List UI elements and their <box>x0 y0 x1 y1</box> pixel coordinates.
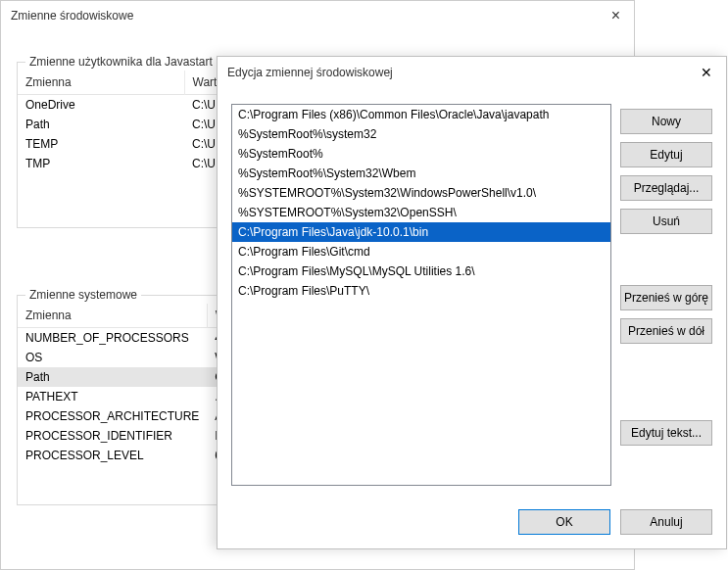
list-item[interactable]: C:\Program Files (x86)\Common Files\Orac… <box>232 105 610 124</box>
list-item[interactable]: %SystemRoot% <box>232 144 610 164</box>
sys-col-name[interactable]: Zmienna <box>18 304 207 328</box>
list-item[interactable]: C:\Program Files\MySQL\MySQL Utilities 1… <box>232 261 610 281</box>
cell-name: PROCESSOR_LEVEL <box>18 446 207 465</box>
cell-name: OS <box>18 348 207 367</box>
list-item[interactable]: C:\Program Files\PuTTY\ <box>232 281 610 301</box>
env-vars-title: Zmienne środowiskowe <box>11 9 133 23</box>
cell-name: OneDrive <box>18 95 184 116</box>
cell-name: TMP <box>18 154 184 173</box>
spacer <box>620 242 712 277</box>
list-item[interactable]: %SystemRoot%\System32\Wbem <box>232 164 610 183</box>
path-list[interactable]: C:\Program Files (x86)\Common Files\Orac… <box>231 104 611 486</box>
cell-name: PROCESSOR_IDENTIFIER <box>18 426 207 446</box>
list-item[interactable]: C:\Program Files\Java\jdk-10.0.1\bin <box>232 222 610 242</box>
dialog-action-buttons: OK Anuluj <box>518 509 712 535</box>
cell-name: Path <box>18 367 207 387</box>
user-vars-group-label: Zmienne użytkownika dla Javastart <box>25 55 217 69</box>
user-col-name[interactable]: Zmienna <box>18 71 184 95</box>
new-button[interactable]: Nowy <box>620 109 712 134</box>
delete-button[interactable]: Usuń <box>620 209 712 234</box>
env-vars-titlebar: Zmienne środowiskowe × <box>1 1 634 30</box>
cell-name: Path <box>18 115 184 134</box>
list-item[interactable]: %SYSTEMROOT%\System32\WindowsPowerShell\… <box>232 183 610 203</box>
move-down-button[interactable]: Przenieś w dół <box>620 318 712 344</box>
cell-name: NUMBER_OF_PROCESSORS <box>18 328 207 349</box>
edit-button[interactable]: Edytuj <box>620 142 712 167</box>
cell-name: TEMP <box>18 134 184 154</box>
cancel-button[interactable]: Anuluj <box>620 509 712 535</box>
list-item[interactable]: %SYSTEMROOT%\System32\OpenSSH\ <box>232 203 610 222</box>
edit-path-title: Edycja zmiennej środowiskowej <box>227 66 393 79</box>
move-up-button[interactable]: Przenieś w górę <box>620 285 712 310</box>
edit-text-button[interactable]: Edytuj tekst... <box>620 420 712 446</box>
list-item[interactable]: C:\Program Files\Git\cmd <box>232 242 610 261</box>
list-item[interactable]: %SystemRoot%\system32 <box>232 124 610 144</box>
edit-path-dialog: Edycja zmiennej środowiskowej ✕ C:\Progr… <box>217 56 727 549</box>
edit-path-titlebar: Edycja zmiennej środowiskowej ✕ <box>218 57 726 88</box>
browse-button[interactable]: Przeglądaj... <box>620 175 712 201</box>
cell-name: PATHEXT <box>18 387 207 406</box>
ok-button[interactable]: OK <box>518 509 610 535</box>
close-icon[interactable]: × <box>607 7 624 24</box>
sys-vars-group-label: Zmienne systemowe <box>25 288 141 302</box>
spacer <box>620 352 712 412</box>
dialog-button-column: Nowy Edytuj Przeglądaj... Usuń Przenieś … <box>620 109 712 446</box>
close-icon[interactable]: ✕ <box>697 65 716 80</box>
cell-name: PROCESSOR_ARCHITECTURE <box>18 406 207 426</box>
